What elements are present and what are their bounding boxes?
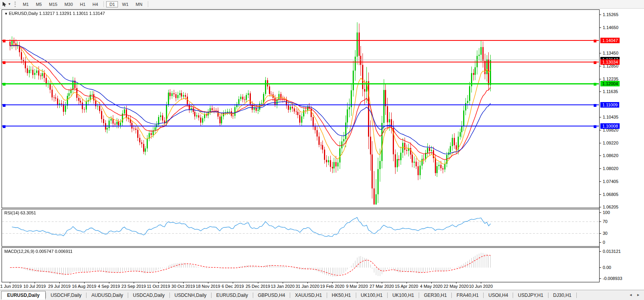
date-axis-label: 21 Jun 2019 bbox=[0, 284, 22, 289]
horizontal-level-line-1.13034[interactable] bbox=[2, 62, 599, 62]
chart-tab-dj30-h1[interactable]: DJ30,H1 bbox=[548, 291, 576, 299]
period-button-h1[interactable]: H1 bbox=[77, 1, 88, 7]
price-axis-label: 1.09220 bbox=[603, 141, 618, 145]
rsi-canvas[interactable] bbox=[2, 209, 599, 246]
chart-tab-xauusd-h1[interactable]: XAUUSD,H1 bbox=[290, 291, 327, 299]
axis-tick bbox=[600, 207, 601, 207]
horizontal-level-line-1.12004[interactable] bbox=[2, 83, 599, 84]
axis-tick bbox=[600, 242, 601, 243]
date-axis-label: 10 Jul 2019 bbox=[24, 284, 46, 289]
period-button-m15[interactable]: M15 bbox=[46, 1, 60, 7]
price-axis[interactable]: 1.152651.146501.134501.128501.122351.116… bbox=[600, 9, 644, 283]
date-axis-label: 29 Jul 2019 bbox=[48, 284, 71, 289]
date-axis-label: 16 Aug 2019 bbox=[72, 284, 96, 289]
toolbar-separator bbox=[103, 1, 104, 7]
chevron-down-icon: ▼ bbox=[8, 2, 11, 6]
line-handle[interactable] bbox=[594, 125, 596, 128]
period-button-w1[interactable]: W1 bbox=[119, 1, 132, 7]
line-handle[interactable] bbox=[3, 40, 6, 42]
line-handle[interactable] bbox=[594, 104, 596, 107]
axis-tick bbox=[600, 66, 601, 66]
macd-canvas[interactable] bbox=[2, 248, 599, 282]
chart-tab-bar: EURUSD,DailyUSDCHF,DailyAUDUSD,DailyUSDC… bbox=[0, 290, 644, 300]
cursor-arrow-icon bbox=[2, 2, 7, 7]
date-tick bbox=[332, 282, 333, 284]
level-price-badge-1.11009: 1.11009 bbox=[600, 102, 619, 108]
price-axis-label: 1.06805 bbox=[603, 192, 618, 197]
macd-axis-label: 0.00 bbox=[603, 265, 611, 270]
date-axis-label: 4 Sep 2019 bbox=[98, 284, 120, 289]
axis-tick bbox=[600, 181, 601, 182]
date-tick bbox=[35, 282, 35, 284]
timeframe-toolbar: ▼ M1M5M15M30H1H4D1W1MN bbox=[0, 0, 644, 9]
axis-tick bbox=[600, 53, 601, 53]
axis-tick bbox=[600, 251, 601, 252]
chart-tab-audusd-daily[interactable]: AUDUSD,Daily bbox=[86, 291, 128, 299]
tab-separator bbox=[576, 293, 577, 298]
chart-tab-fra40-h1[interactable]: FRA40,H1 bbox=[452, 291, 483, 299]
chart-tab-eurusd-daily[interactable]: EURUSD,Daily bbox=[1, 291, 46, 300]
chart-cursor-icon[interactable]: ▼ bbox=[1, 1, 12, 8]
tab-scroll-arrows[interactable]: ◄ ► bbox=[629, 293, 642, 297]
chart-tab-gbpusd-h4[interactable]: GBPUSD,H4 bbox=[253, 291, 290, 299]
line-handle[interactable] bbox=[594, 40, 596, 42]
line-handle[interactable] bbox=[594, 61, 596, 64]
rsi-axis-label: 30 bbox=[603, 231, 607, 236]
period-button-mn[interactable]: MN bbox=[132, 1, 145, 7]
period-button-m1[interactable]: M1 bbox=[20, 1, 32, 7]
date-axis-label: 19 Feb 2020 bbox=[320, 284, 344, 289]
date-tick bbox=[84, 282, 85, 284]
date-tick bbox=[382, 282, 382, 284]
chart-tab-uk100-h1[interactable]: UK100,H1 bbox=[356, 291, 387, 299]
chart-tab-usdcad-daily[interactable]: USDCAD,Daily bbox=[128, 291, 169, 299]
line-handle[interactable] bbox=[3, 104, 6, 107]
chart-tab-usoil-h4[interactable]: USOil,H4 bbox=[484, 291, 513, 299]
horizontal-level-line-1.14047[interactable] bbox=[2, 40, 599, 41]
chart-ohlc-values: 1.13217 1.13291 1.13011 1.13147 bbox=[39, 11, 105, 16]
line-handle[interactable] bbox=[3, 125, 6, 128]
chart-tab-uk100-h1[interactable]: UK100,H1 bbox=[388, 291, 419, 299]
date-tick bbox=[134, 282, 134, 284]
axis-tick bbox=[600, 212, 601, 213]
chart-tab-ger30-h1[interactable]: GER30,H1 bbox=[419, 291, 451, 299]
horizontal-level-line-1.11009[interactable] bbox=[2, 104, 599, 105]
axis-tick bbox=[600, 130, 601, 130]
date-axis-label: 31 Jan 2020 bbox=[296, 284, 320, 289]
date-axis[interactable]: 21 Jun 201910 Jul 201929 Jul 201916 Aug … bbox=[2, 282, 600, 290]
axis-tick bbox=[600, 155, 601, 156]
price-axis-label: 1.12235 bbox=[603, 77, 618, 81]
mt4-window: ▼ M1M5M15M30H1H4D1W1MN ▼ EURUSD,Daily 1.… bbox=[0, 0, 644, 300]
line-handle[interactable] bbox=[594, 83, 596, 86]
chart-tab-usdcnh-daily[interactable]: USDCNH,Daily bbox=[170, 291, 211, 299]
chart-tab-hk50-h1[interactable]: HK50,H1 bbox=[327, 291, 356, 299]
candlestick-canvas[interactable] bbox=[2, 10, 599, 208]
price-axis-label: 1.11635 bbox=[603, 89, 618, 94]
chart-tab-usdjpy-h1[interactable]: USDJPY,H1 bbox=[513, 291, 548, 299]
period-button-d1[interactable]: D1 bbox=[106, 1, 118, 7]
main-chart-panel[interactable]: ▼ EURUSD,Daily 1.13217 1.13291 1.13011 1… bbox=[2, 9, 600, 208]
chart-tab-eurusd-daily[interactable]: EURUSD,Daily bbox=[212, 291, 253, 299]
date-axis-label: 11 Oct 2019 bbox=[147, 284, 170, 289]
period-button-m5[interactable]: M5 bbox=[33, 1, 45, 7]
period-button-h4[interactable]: H4 bbox=[89, 1, 101, 7]
axis-tick bbox=[600, 117, 601, 117]
price-axis-label: 1.08020 bbox=[603, 166, 618, 171]
date-tick bbox=[183, 282, 184, 284]
rsi-panel[interactable]: RSI(14) 63.3051 bbox=[2, 209, 600, 247]
collapse-triangle-icon[interactable]: ▼ bbox=[4, 12, 9, 16]
axis-tick bbox=[600, 233, 601, 234]
period-button-m30[interactable]: M30 bbox=[61, 1, 76, 7]
date-axis-label: 10 Jun 2020 bbox=[469, 284, 493, 289]
date-axis-label: 30 Oct 2019 bbox=[171, 284, 195, 289]
toolbar-grip[interactable] bbox=[15, 2, 17, 7]
chart-tab-usdchf-daily[interactable]: USDCHF,Daily bbox=[46, 291, 86, 299]
macd-panel[interactable]: MACD(12,26,9) 0.005747 0.006911 bbox=[2, 247, 600, 282]
horizontal-level-line-1.10008[interactable] bbox=[2, 126, 599, 126]
rsi-label: RSI(14) 63.3051 bbox=[4, 210, 36, 215]
line-handle[interactable] bbox=[3, 83, 6, 86]
line-handle[interactable] bbox=[3, 61, 6, 64]
date-axis-label: 23 Sep 2019 bbox=[121, 284, 146, 289]
rsi-axis-label: 0 bbox=[603, 240, 605, 245]
level-price-badge-1.13034: 1.13034 bbox=[600, 59, 620, 65]
price-axis-label: 1.10435 bbox=[603, 115, 618, 119]
